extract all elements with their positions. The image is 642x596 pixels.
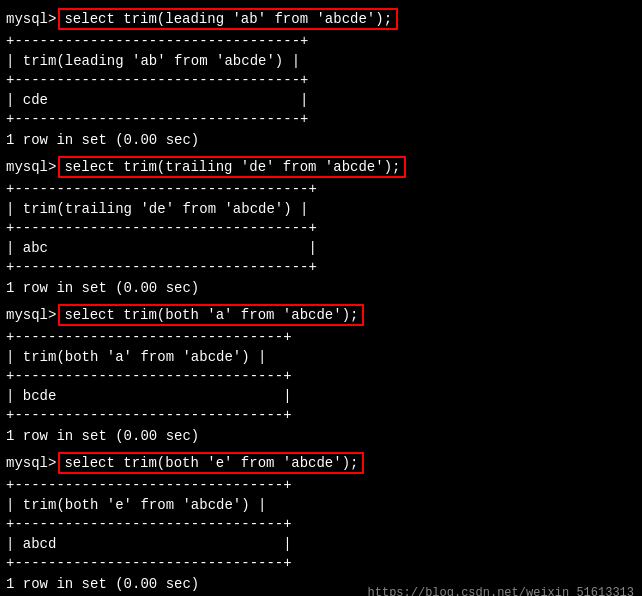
prompt-0: mysql> — [6, 11, 56, 27]
table-line-0-1: | trim(leading 'ab' from 'abcde') | — [6, 52, 636, 72]
table-line-0-3: | cde | — [6, 91, 636, 111]
table-line-0-4: +----------------------------------+ — [6, 110, 636, 130]
command-box-0: select trim(leading 'ab' from 'abcde'); — [58, 8, 398, 30]
table-line-3-3: | abcd | — [6, 535, 636, 555]
status-line-1: 1 row in set (0.00 sec) — [6, 280, 636, 296]
prompt-2: mysql> — [6, 307, 56, 323]
table-line-1-3: | abc | — [6, 239, 636, 259]
command-box-2: select trim(both 'a' from 'abcde'); — [58, 304, 364, 326]
table-line-2-2: +--------------------------------+ — [6, 367, 636, 387]
table-line-1-1: | trim(trailing 'de' from 'abcde') | — [6, 200, 636, 220]
terminal-block-0: mysql>select trim(leading 'ab' from 'abc… — [6, 8, 636, 148]
table-line-1-2: +-----------------------------------+ — [6, 219, 636, 239]
prompt-line-1: mysql>select trim(trailing 'de' from 'ab… — [6, 156, 636, 178]
table-line-3-1: | trim(both 'e' from 'abcde') | — [6, 496, 636, 516]
table-line-2-0: +--------------------------------+ — [6, 328, 636, 348]
terminal-block-1: mysql>select trim(trailing 'de' from 'ab… — [6, 156, 636, 296]
prompt-1: mysql> — [6, 159, 56, 175]
prompt-3: mysql> — [6, 455, 56, 471]
watermark: https://blog.csdn.net/weixin_51613313 — [368, 586, 634, 596]
terminal-block-2: mysql>select trim(both 'a' from 'abcde')… — [6, 304, 636, 444]
table-line-2-1: | trim(both 'a' from 'abcde') | — [6, 348, 636, 368]
command-box-1: select trim(trailing 'de' from 'abcde'); — [58, 156, 406, 178]
table-line-3-4: +--------------------------------+ — [6, 554, 636, 574]
status-line-2: 1 row in set (0.00 sec) — [6, 428, 636, 444]
terminal-block-3: mysql>select trim(both 'e' from 'abcde')… — [6, 452, 636, 592]
table-line-0-2: +----------------------------------+ — [6, 71, 636, 91]
prompt-line-0: mysql>select trim(leading 'ab' from 'abc… — [6, 8, 636, 30]
table-line-1-0: +-----------------------------------+ — [6, 180, 636, 200]
table-line-3-2: +--------------------------------+ — [6, 515, 636, 535]
command-box-3: select trim(both 'e' from 'abcde'); — [58, 452, 364, 474]
table-line-3-0: +--------------------------------+ — [6, 476, 636, 496]
table-line-0-0: +----------------------------------+ — [6, 32, 636, 52]
table-line-2-3: | bcde | — [6, 387, 636, 407]
status-line-0: 1 row in set (0.00 sec) — [6, 132, 636, 148]
table-line-1-4: +-----------------------------------+ — [6, 258, 636, 278]
prompt-line-2: mysql>select trim(both 'a' from 'abcde')… — [6, 304, 636, 326]
prompt-line-3: mysql>select trim(both 'e' from 'abcde')… — [6, 452, 636, 474]
table-line-2-4: +--------------------------------+ — [6, 406, 636, 426]
terminal-container: mysql>select trim(leading 'ab' from 'abc… — [6, 8, 636, 592]
